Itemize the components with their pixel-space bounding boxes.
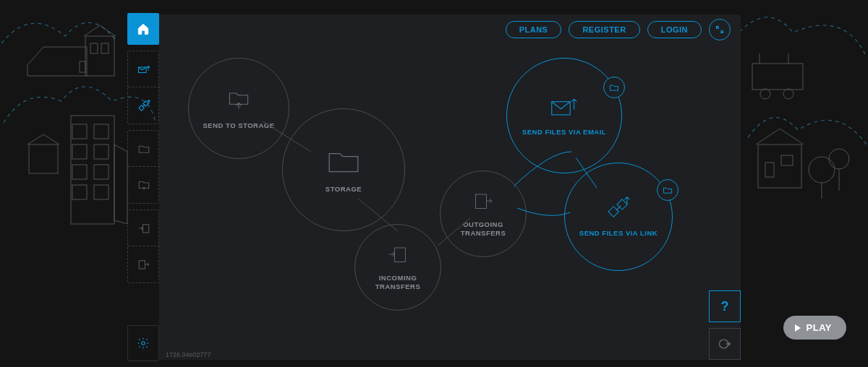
home-button[interactable] bbox=[127, 13, 159, 45]
topbar: PLANS REGISTER LOGIN bbox=[506, 19, 731, 40]
sidebar-item-link[interactable] bbox=[128, 87, 160, 124]
svg-rect-20 bbox=[781, 155, 793, 165]
svg-marker-10 bbox=[27, 47, 87, 76]
sidebar-item-folder-upload[interactable] bbox=[128, 167, 160, 203]
svg-point-21 bbox=[809, 157, 835, 183]
bubble-label: OUTGOING TRANSFERS bbox=[461, 220, 506, 238]
svg-rect-5 bbox=[72, 165, 87, 179]
svg-rect-7 bbox=[72, 185, 87, 199]
sidebar-item-folder[interactable] bbox=[128, 131, 160, 167]
bubble-storage[interactable]: STORAGE bbox=[282, 108, 405, 231]
sidebar bbox=[127, 13, 159, 361]
bubble-label: INCOMING TRANSFERS bbox=[375, 274, 421, 292]
login-button[interactable]: LOGIN bbox=[647, 21, 702, 38]
satellite-folder-link[interactable] bbox=[657, 179, 678, 201]
svg-point-22 bbox=[829, 149, 849, 169]
svg-rect-11 bbox=[80, 61, 85, 72]
svg-rect-14 bbox=[101, 43, 109, 53]
svg-rect-6 bbox=[94, 165, 109, 179]
right-actions: ? bbox=[709, 290, 741, 360]
exit-button[interactable] bbox=[709, 328, 741, 360]
svg-rect-13 bbox=[90, 43, 98, 53]
play-icon bbox=[795, 324, 801, 332]
sidebar-item-incoming[interactable] bbox=[128, 210, 160, 246]
bubble-label: SEND FILES VIA EMAIL bbox=[522, 128, 606, 137]
svg-rect-32 bbox=[139, 261, 145, 269]
version-text: 1726.04e02777 bbox=[166, 351, 211, 358]
play-button[interactable]: PLAY bbox=[783, 316, 846, 340]
svg-point-17 bbox=[783, 89, 793, 99]
svg-rect-8 bbox=[94, 185, 109, 199]
sidebar-item-email[interactable] bbox=[128, 51, 160, 87]
svg-point-33 bbox=[142, 342, 145, 345]
plans-button[interactable]: PLANS bbox=[506, 21, 562, 38]
help-button[interactable]: ? bbox=[709, 290, 741, 322]
bubble-label: SEND TO STORAGE bbox=[203, 121, 275, 130]
svg-rect-12 bbox=[85, 36, 114, 76]
svg-rect-19 bbox=[765, 163, 774, 177]
satellite-folder-email[interactable] bbox=[603, 77, 625, 98]
svg-rect-18 bbox=[758, 144, 801, 188]
svg-rect-1 bbox=[72, 124, 87, 139]
svg-rect-3 bbox=[72, 144, 87, 159]
bubble-label: STORAGE bbox=[326, 185, 362, 194]
sidebar-item-settings[interactable] bbox=[127, 325, 159, 361]
svg-rect-24 bbox=[395, 248, 406, 262]
help-icon: ? bbox=[721, 299, 729, 314]
play-label: PLAY bbox=[807, 322, 832, 333]
bubble-send-via-email[interactable]: SEND FILES VIA EMAIL bbox=[506, 58, 622, 173]
svg-rect-9 bbox=[29, 144, 58, 173]
bubble-incoming-transfers[interactable]: INCOMING TRANSFERS bbox=[354, 224, 441, 311]
svg-rect-2 bbox=[94, 124, 109, 139]
bubble-label: SEND FILES VIA LINK bbox=[579, 229, 658, 238]
main-panel: SEND TO STORAGE STORAGE OUTGOING TRANSFE… bbox=[159, 14, 741, 360]
expand-button[interactable] bbox=[709, 19, 731, 40]
bubble-outgoing-transfers[interactable]: OUTGOING TRANSFERS bbox=[440, 170, 527, 257]
svg-rect-0 bbox=[71, 116, 114, 224]
register-button[interactable]: REGISTER bbox=[569, 21, 639, 38]
bubble-send-to-storage[interactable]: SEND TO STORAGE bbox=[188, 58, 289, 159]
svg-rect-31 bbox=[143, 224, 149, 232]
svg-rect-15 bbox=[752, 64, 803, 90]
bubble-send-via-link[interactable]: SEND FILES VIA LINK bbox=[564, 163, 673, 271]
svg-rect-26 bbox=[608, 207, 618, 217]
svg-point-16 bbox=[760, 89, 770, 99]
sidebar-item-outgoing[interactable] bbox=[128, 246, 160, 282]
svg-rect-4 bbox=[94, 144, 109, 159]
svg-rect-23 bbox=[476, 194, 487, 209]
